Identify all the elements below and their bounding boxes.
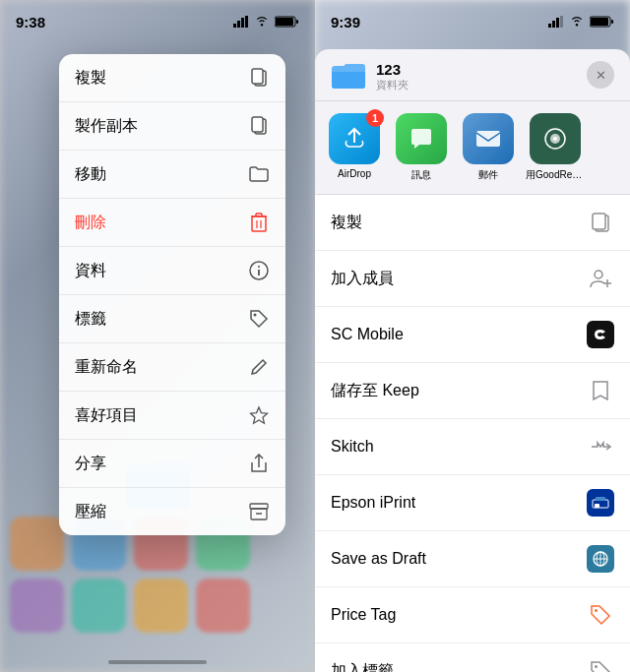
action-add-tag[interactable]: 加入標籤 xyxy=(315,643,630,672)
share-actions: 複製 加入成員 xyxy=(315,195,630,672)
folder-icon xyxy=(248,163,270,185)
svg-rect-28 xyxy=(556,18,559,28)
action-skitch[interactable]: Skitch xyxy=(315,419,630,475)
sc-mobile-icon xyxy=(587,321,614,348)
app-item-goodreader[interactable]: 用GoodReader... xyxy=(526,113,585,182)
copy-icon xyxy=(248,67,270,89)
bookmark-icon xyxy=(587,377,614,404)
right-panel: 9:39 xyxy=(315,0,630,672)
svg-rect-2 xyxy=(241,18,244,28)
right-battery-icon xyxy=(590,16,614,28)
add-tag-icon xyxy=(587,657,614,672)
menu-item-delete[interactable]: 刪除 xyxy=(59,199,285,247)
app-item-airdrop[interactable]: 1 AirDrop xyxy=(325,113,384,182)
svg-rect-12 xyxy=(252,216,266,231)
svg-rect-7 xyxy=(296,20,298,24)
menu-item-tag[interactable]: 標籤 xyxy=(59,295,285,343)
svg-rect-6 xyxy=(276,18,293,26)
action-copy-icon xyxy=(587,209,614,236)
menu-item-copy[interactable]: 複製 xyxy=(59,54,285,102)
left-home-indicator xyxy=(108,660,207,664)
svg-point-50 xyxy=(595,609,598,612)
svg-rect-23 xyxy=(250,504,268,509)
pencil-icon xyxy=(248,356,270,378)
svg-rect-27 xyxy=(552,21,555,28)
signal-icon xyxy=(233,16,249,28)
right-signal-icon xyxy=(548,16,564,28)
mail-label: 郵件 xyxy=(478,168,498,182)
battery-icon xyxy=(275,16,299,28)
svg-rect-0 xyxy=(233,24,236,28)
airdrop-label: AirDrop xyxy=(338,168,371,179)
action-sc-mobile[interactable]: SC Mobile xyxy=(315,307,630,363)
airdrop-badge: 1 xyxy=(366,109,384,127)
right-wifi-icon xyxy=(569,16,585,28)
wordpress-icon xyxy=(587,545,614,573)
price-tag-icon xyxy=(587,601,614,629)
svg-point-51 xyxy=(595,665,598,668)
share-folder-type: 資料夾 xyxy=(376,78,409,92)
tag-icon xyxy=(248,308,270,330)
svg-point-22 xyxy=(254,314,257,317)
svg-rect-33 xyxy=(611,20,613,24)
menu-item-compress[interactable]: 壓縮 xyxy=(59,488,285,535)
action-price-tag[interactable]: Price Tag xyxy=(315,587,630,643)
left-time: 9:38 xyxy=(16,14,45,31)
duplicate-icon xyxy=(248,115,270,137)
person-add-icon xyxy=(587,265,614,292)
epson-icon xyxy=(587,489,614,517)
right-status-bar: 9:39 xyxy=(315,0,630,43)
left-panel: 9:38 複製 xyxy=(0,0,315,672)
svg-rect-26 xyxy=(548,24,551,28)
share-folder-icon xyxy=(331,63,366,91)
skitch-icon xyxy=(587,433,614,460)
menu-item-info[interactable]: 資料 xyxy=(59,247,285,295)
star-icon xyxy=(248,404,270,426)
info-icon xyxy=(248,260,270,281)
messages-icon xyxy=(396,113,447,164)
menu-item-share[interactable]: 分享 xyxy=(59,440,285,488)
share-title-block: 123 資料夾 xyxy=(376,61,409,92)
svg-point-37 xyxy=(553,137,557,141)
svg-rect-29 xyxy=(560,16,563,28)
trash-icon xyxy=(248,212,270,233)
svg-point-40 xyxy=(595,271,602,278)
mail-icon xyxy=(463,113,514,164)
goodreader-label: 用GoodReader... xyxy=(526,168,585,182)
action-copy[interactable]: 複製 xyxy=(315,195,630,251)
close-button[interactable]: ✕ xyxy=(587,61,614,89)
svg-rect-39 xyxy=(593,214,605,229)
svg-rect-44 xyxy=(596,497,605,501)
archive-icon xyxy=(248,501,270,522)
svg-rect-45 xyxy=(595,504,599,508)
menu-item-duplicate[interactable]: 製作副本 xyxy=(59,102,285,151)
menu-item-favorite[interactable]: 喜好項目 xyxy=(59,392,285,440)
left-status-icons xyxy=(233,16,299,28)
right-status-icons xyxy=(548,16,614,28)
action-epson[interactable]: Epson iPrint xyxy=(315,475,630,531)
svg-rect-34 xyxy=(476,131,500,147)
svg-point-21 xyxy=(258,266,260,268)
svg-rect-11 xyxy=(252,117,263,132)
share-header-info: 123 資料夾 xyxy=(331,61,409,92)
wifi-icon xyxy=(254,16,270,28)
app-row: 1 AirDrop 訊息 xyxy=(315,101,630,195)
svg-rect-32 xyxy=(591,18,608,26)
share-icon xyxy=(248,453,270,474)
right-time: 9:39 xyxy=(331,14,360,31)
menu-item-rename[interactable]: 重新命名 xyxy=(59,343,285,392)
action-save-keep[interactable]: 儲存至 Keep xyxy=(315,363,630,419)
action-add-member[interactable]: 加入成員 xyxy=(315,251,630,307)
app-item-mail[interactable]: 郵件 xyxy=(459,113,518,182)
svg-rect-9 xyxy=(252,69,263,84)
svg-rect-3 xyxy=(245,16,248,28)
airdrop-icon: 1 xyxy=(329,113,380,164)
goodreader-icon xyxy=(530,113,581,164)
menu-item-move[interactable]: 移動 xyxy=(59,151,285,199)
messages-label: 訊息 xyxy=(411,168,431,182)
context-menu: 複製 製作副本 移動 xyxy=(59,54,285,535)
svg-rect-1 xyxy=(237,21,240,28)
app-item-messages[interactable]: 訊息 xyxy=(392,113,451,182)
action-save-draft[interactable]: Save as Draft xyxy=(315,531,630,587)
share-header: 123 資料夾 ✕ xyxy=(315,49,630,101)
